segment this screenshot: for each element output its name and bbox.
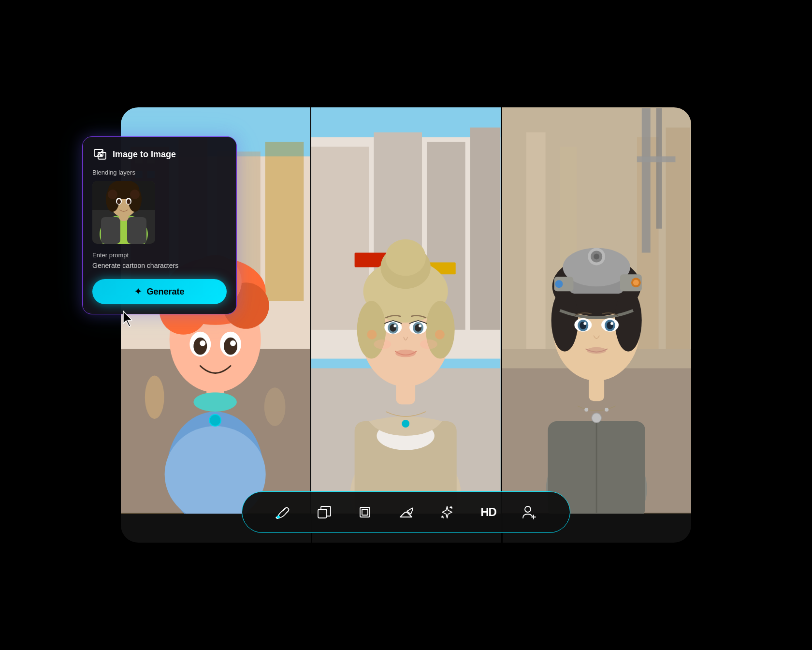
generate-label: Generate bbox=[146, 287, 184, 297]
svg-point-30 bbox=[145, 375, 164, 419]
image-to-image-icon bbox=[92, 147, 108, 162]
svg-rect-106 bbox=[318, 509, 327, 518]
image-panel-realistic bbox=[311, 107, 500, 514]
svg-rect-72 bbox=[656, 108, 662, 229]
person-add-tool-button[interactable] bbox=[517, 500, 542, 525]
crop-tool-button[interactable] bbox=[352, 500, 377, 525]
svg-point-103 bbox=[584, 408, 588, 412]
brush-tool-button[interactable] bbox=[270, 500, 295, 525]
svg-point-87 bbox=[594, 254, 599, 260]
svg-point-132 bbox=[130, 190, 140, 199]
svg-rect-5 bbox=[265, 142, 304, 301]
panel-card: Image to Image Blending layers bbox=[82, 136, 237, 314]
svg-point-28 bbox=[230, 340, 236, 346]
svg-point-119 bbox=[100, 154, 102, 157]
cursor bbox=[121, 310, 135, 327]
svg-point-104 bbox=[605, 408, 609, 412]
svg-point-14 bbox=[193, 392, 237, 412]
prompt-value[interactable]: Generate cartoon characters bbox=[92, 262, 227, 269]
svg-point-114 bbox=[525, 506, 531, 512]
svg-point-89 bbox=[555, 280, 563, 288]
svg-point-50 bbox=[426, 301, 455, 358]
svg-point-31 bbox=[264, 387, 286, 426]
svg-point-27 bbox=[200, 340, 205, 346]
svg-point-101 bbox=[587, 347, 606, 354]
svg-point-26 bbox=[224, 338, 237, 355]
svg-rect-34 bbox=[311, 147, 369, 329]
svg-rect-107 bbox=[360, 507, 370, 517]
svg-point-92 bbox=[633, 280, 638, 285]
svg-rect-108 bbox=[362, 509, 368, 515]
svg-point-58 bbox=[419, 325, 421, 327]
svg-point-63 bbox=[374, 340, 392, 349]
svg-rect-125 bbox=[127, 217, 146, 244]
scene-container: HD Image bbox=[68, 59, 744, 591]
panel-header: Image to Image bbox=[92, 147, 227, 162]
generate-star-icon: ✦ bbox=[134, 286, 142, 297]
svg-point-82 bbox=[615, 289, 642, 351]
svg-point-60 bbox=[367, 330, 377, 340]
svg-point-25 bbox=[193, 338, 207, 355]
svg-point-48 bbox=[386, 239, 426, 276]
blending-thumbnail[interactable] bbox=[92, 181, 155, 244]
svg-point-62 bbox=[402, 420, 410, 428]
svg-point-136 bbox=[127, 199, 130, 204]
svg-point-29 bbox=[209, 414, 221, 426]
svg-point-105 bbox=[277, 516, 280, 518]
eraser-tool-button[interactable] bbox=[393, 500, 419, 525]
image-panel-cyborg bbox=[502, 107, 691, 514]
svg-point-81 bbox=[551, 289, 578, 351]
svg-point-102 bbox=[592, 413, 601, 423]
svg-rect-73 bbox=[637, 156, 675, 162]
svg-point-49 bbox=[357, 301, 386, 358]
svg-rect-71 bbox=[641, 108, 650, 253]
svg-point-131 bbox=[108, 190, 117, 199]
hd-tool-button[interactable]: HD bbox=[476, 500, 501, 525]
blending-label: Blending layers bbox=[92, 169, 227, 176]
layers-tool-button[interactable] bbox=[311, 500, 336, 525]
svg-rect-124 bbox=[101, 217, 120, 244]
magic-tool-button[interactable] bbox=[435, 500, 460, 525]
toolbar: HD bbox=[242, 491, 570, 533]
svg-point-57 bbox=[394, 325, 397, 327]
svg-point-99 bbox=[583, 322, 586, 325]
svg-point-59 bbox=[396, 350, 416, 357]
svg-point-100 bbox=[610, 322, 613, 325]
svg-point-64 bbox=[420, 340, 437, 349]
generate-button[interactable]: ✦ Generate bbox=[92, 279, 227, 304]
svg-rect-67 bbox=[526, 133, 545, 349]
svg-rect-37 bbox=[470, 128, 501, 330]
panel-title: Image to Image bbox=[113, 149, 176, 160]
prompt-label: Enter prompt bbox=[92, 251, 227, 259]
svg-point-61 bbox=[435, 330, 445, 340]
svg-point-135 bbox=[117, 199, 121, 204]
